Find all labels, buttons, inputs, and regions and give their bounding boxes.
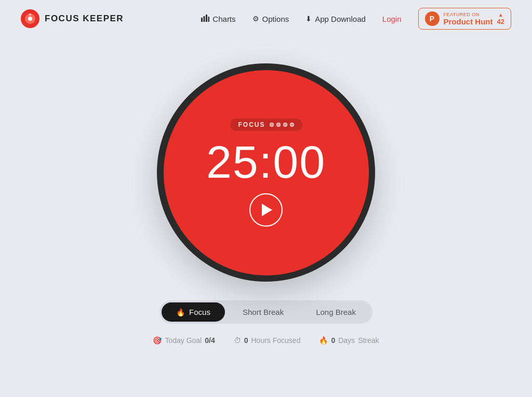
svg-point-2 xyxy=(28,17,32,21)
goal-label: Today Goal xyxy=(165,336,202,345)
session-dots xyxy=(270,123,294,127)
mode-label: FOCUS xyxy=(238,121,265,128)
svg-rect-4 xyxy=(201,18,203,22)
clock-icon: ⏱ xyxy=(234,336,241,345)
stat-streak: 🔥 0 Days Streak xyxy=(319,336,379,345)
nav-login[interactable]: Login xyxy=(382,15,402,23)
timer-outer-ring: FOCUS 25:00 xyxy=(157,63,375,282)
dot-1 xyxy=(270,123,274,127)
goal-value: 0/4 xyxy=(205,336,215,345)
days-label: Days xyxy=(338,336,355,345)
charts-label: Charts xyxy=(212,15,235,23)
product-hunt-icon: P xyxy=(425,11,440,26)
download-icon: ⬇ xyxy=(305,15,312,23)
tab-focus[interactable]: 🔥 Focus xyxy=(162,302,225,322)
fire-icon: 🔥 xyxy=(176,308,185,316)
options-label: Options xyxy=(262,15,289,23)
focus-tab-label: Focus xyxy=(189,308,210,316)
play-button[interactable] xyxy=(249,193,283,227)
dot-3 xyxy=(283,123,287,127)
login-label: Login xyxy=(382,15,402,23)
hours-label: Hours Focused xyxy=(251,336,300,345)
hours-value: 0 xyxy=(244,336,248,345)
timer-display: 25:00 xyxy=(206,139,326,185)
svg-rect-5 xyxy=(204,16,205,22)
tab-long-break[interactable]: Long Break xyxy=(301,302,370,322)
ph-arrow-icon: ▲ xyxy=(498,12,503,18)
focus-label-area: FOCUS xyxy=(230,118,302,131)
nav-charts[interactable]: Charts xyxy=(201,15,235,23)
app-download-label: App Download xyxy=(315,15,366,23)
stat-hours: ⏱ 0 Hours Focused xyxy=(234,336,301,345)
svg-point-3 xyxy=(29,14,31,16)
svg-rect-6 xyxy=(206,15,207,22)
stats-row: 🎯 Today Goal 0/4 ⏱ 0 Hours Focused 🔥 0 D… xyxy=(153,336,379,345)
dot-2 xyxy=(276,123,281,127)
product-hunt-badge[interactable]: P FEATURED ON Product Hunt ▲ 42 xyxy=(418,8,511,30)
mode-tabs: 🔥 Focus Short Break Long Break xyxy=(159,300,373,324)
main-nav: Charts ⚙ Options ⬇ App Download Login P … xyxy=(201,8,511,30)
long-break-label: Long Break xyxy=(316,308,356,316)
nav-options[interactable]: ⚙ Options xyxy=(252,15,289,23)
nav-app-download[interactable]: ⬇ App Download xyxy=(305,15,366,23)
ph-name: Product Hunt xyxy=(444,17,493,26)
flame-icon: 🔥 xyxy=(319,336,328,345)
logo: FOCUS KEEPER xyxy=(21,9,124,28)
charts-icon xyxy=(201,15,209,23)
svg-rect-7 xyxy=(208,17,210,22)
dot-4 xyxy=(290,123,294,127)
ph-votes: ▲ 42 xyxy=(497,12,504,25)
timer-container: FOCUS 25:00 xyxy=(157,63,375,282)
ph-vote-count: 42 xyxy=(497,18,504,25)
gear-icon: ⚙ xyxy=(252,15,259,23)
ph-featured-label: FEATURED ON xyxy=(444,12,493,17)
days-value: 0 xyxy=(331,336,335,345)
tab-short-break[interactable]: Short Break xyxy=(228,302,298,322)
streak-label: Streak xyxy=(358,336,379,345)
timer-inner-circle: FOCUS 25:00 xyxy=(164,70,369,275)
play-icon xyxy=(262,204,272,216)
product-hunt-text: FEATURED ON Product Hunt xyxy=(444,12,493,26)
logo-text: FOCUS KEEPER xyxy=(45,14,124,24)
stat-goal: 🎯 Today Goal 0/4 xyxy=(153,336,215,345)
goal-icon: 🎯 xyxy=(153,336,162,345)
logo-icon xyxy=(21,9,39,28)
short-break-label: Short Break xyxy=(243,308,284,316)
